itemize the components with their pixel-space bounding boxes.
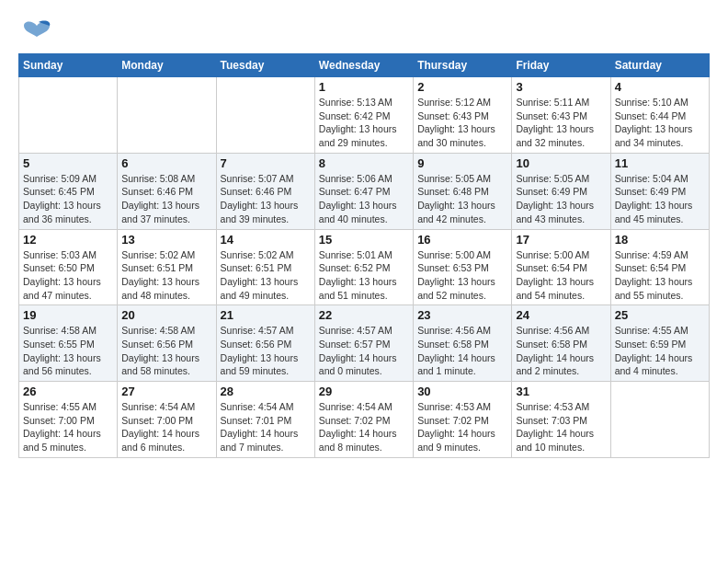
day-of-week-header: Wednesday	[314, 54, 413, 77]
calendar-cell: 11Sunrise: 5:04 AM Sunset: 6:49 PM Dayli…	[610, 153, 709, 229]
calendar-cell: 24Sunrise: 4:56 AM Sunset: 6:58 PM Dayli…	[512, 305, 610, 382]
day-number: 19	[23, 308, 113, 322]
day-number: 15	[319, 233, 409, 247]
calendar-cell: 14Sunrise: 5:02 AM Sunset: 6:51 PM Dayli…	[216, 229, 314, 305]
day-number: 10	[516, 156, 606, 170]
day-number: 29	[319, 385, 409, 398]
day-info: Sunrise: 4:54 AM Sunset: 7:02 PM Dayligh…	[319, 400, 409, 454]
day-number: 4	[615, 80, 705, 94]
day-info: Sunrise: 4:53 AM Sunset: 7:02 PM Dayligh…	[417, 400, 507, 454]
calendar-cell: 1Sunrise: 5:13 AM Sunset: 6:42 PM Daylig…	[314, 77, 413, 154]
day-info: Sunrise: 5:03 AM Sunset: 6:50 PM Dayligh…	[23, 248, 113, 303]
calendar-week-row: 26Sunrise: 4:55 AM Sunset: 7:00 PM Dayli…	[19, 382, 710, 458]
calendar-cell	[19, 77, 118, 154]
page-header	[18, 18, 710, 44]
day-number: 6	[121, 156, 211, 170]
calendar-cell: 16Sunrise: 5:00 AM Sunset: 6:53 PM Dayli…	[414, 229, 512, 305]
day-info: Sunrise: 4:54 AM Sunset: 7:00 PM Dayligh…	[121, 400, 211, 454]
calendar-cell: 12Sunrise: 5:03 AM Sunset: 6:50 PM Dayli…	[19, 229, 118, 305]
day-number: 28	[221, 385, 311, 398]
day-info: Sunrise: 5:01 AM Sunset: 6:52 PM Dayligh…	[319, 248, 409, 303]
logo-bird-icon	[22, 18, 51, 44]
calendar-table: SundayMondayTuesdayWednesdayThursdayFrid…	[18, 53, 710, 458]
day-number: 12	[23, 233, 113, 247]
calendar-cell: 9Sunrise: 5:05 AM Sunset: 6:48 PM Daylig…	[414, 153, 512, 229]
day-info: Sunrise: 5:00 AM Sunset: 6:53 PM Dayligh…	[417, 248, 507, 303]
day-number: 22	[319, 308, 409, 322]
calendar-cell: 19Sunrise: 4:58 AM Sunset: 6:55 PM Dayli…	[19, 305, 118, 382]
day-of-week-header: Sunday	[19, 54, 118, 77]
day-info: Sunrise: 4:56 AM Sunset: 6:58 PM Dayligh…	[516, 324, 606, 378]
day-info: Sunrise: 4:55 AM Sunset: 6:59 PM Dayligh…	[615, 324, 705, 378]
day-info: Sunrise: 4:53 AM Sunset: 7:03 PM Dayligh…	[516, 400, 606, 454]
day-number: 17	[516, 233, 606, 247]
calendar-cell: 20Sunrise: 4:58 AM Sunset: 6:56 PM Dayli…	[118, 305, 216, 382]
day-number: 18	[615, 233, 705, 247]
calendar-cell: 27Sunrise: 4:54 AM Sunset: 7:00 PM Dayli…	[118, 382, 216, 458]
day-number: 14	[221, 233, 311, 247]
day-number: 3	[516, 80, 606, 94]
calendar-week-row: 12Sunrise: 5:03 AM Sunset: 6:50 PM Dayli…	[19, 229, 710, 305]
calendar-cell: 7Sunrise: 5:07 AM Sunset: 6:46 PM Daylig…	[216, 153, 314, 229]
calendar-cell: 21Sunrise: 4:57 AM Sunset: 6:56 PM Dayli…	[216, 305, 314, 382]
calendar-header-row: SundayMondayTuesdayWednesdayThursdayFrid…	[19, 54, 710, 77]
day-info: Sunrise: 5:05 AM Sunset: 6:49 PM Dayligh…	[516, 172, 606, 226]
day-info: Sunrise: 5:02 AM Sunset: 6:51 PM Dayligh…	[121, 248, 211, 303]
day-number: 7	[221, 156, 311, 170]
calendar-cell: 17Sunrise: 5:00 AM Sunset: 6:54 PM Dayli…	[512, 229, 610, 305]
calendar-cell: 31Sunrise: 4:53 AM Sunset: 7:03 PM Dayli…	[512, 382, 610, 458]
day-number: 27	[121, 385, 211, 398]
day-info: Sunrise: 5:06 AM Sunset: 6:47 PM Dayligh…	[319, 172, 409, 226]
day-number: 21	[221, 308, 311, 322]
calendar-cell: 3Sunrise: 5:11 AM Sunset: 6:43 PM Daylig…	[512, 77, 610, 154]
day-info: Sunrise: 5:13 AM Sunset: 6:42 PM Dayligh…	[319, 96, 409, 150]
day-info: Sunrise: 4:59 AM Sunset: 6:54 PM Dayligh…	[615, 248, 705, 303]
calendar-cell: 28Sunrise: 4:54 AM Sunset: 7:01 PM Dayli…	[216, 382, 314, 458]
day-info: Sunrise: 5:02 AM Sunset: 6:51 PM Dayligh…	[221, 248, 311, 303]
day-number: 11	[615, 156, 705, 170]
day-of-week-header: Tuesday	[216, 54, 314, 77]
day-info: Sunrise: 5:11 AM Sunset: 6:43 PM Dayligh…	[516, 96, 606, 150]
day-of-week-header: Friday	[512, 54, 610, 77]
calendar-cell: 25Sunrise: 4:55 AM Sunset: 6:59 PM Dayli…	[610, 305, 709, 382]
calendar-cell: 22Sunrise: 4:57 AM Sunset: 6:57 PM Dayli…	[314, 305, 413, 382]
calendar-cell: 23Sunrise: 4:56 AM Sunset: 6:58 PM Dayli…	[414, 305, 512, 382]
calendar-week-row: 1Sunrise: 5:13 AM Sunset: 6:42 PM Daylig…	[19, 77, 710, 154]
calendar-cell: 10Sunrise: 5:05 AM Sunset: 6:49 PM Dayli…	[512, 153, 610, 229]
calendar-cell: 26Sunrise: 4:55 AM Sunset: 7:00 PM Dayli…	[19, 382, 118, 458]
day-info: Sunrise: 4:57 AM Sunset: 6:57 PM Dayligh…	[319, 324, 409, 378]
calendar-cell: 13Sunrise: 5:02 AM Sunset: 6:51 PM Dayli…	[118, 229, 216, 305]
day-info: Sunrise: 4:56 AM Sunset: 6:58 PM Dayligh…	[417, 324, 507, 378]
calendar-cell	[610, 382, 709, 458]
calendar-cell: 2Sunrise: 5:12 AM Sunset: 6:43 PM Daylig…	[414, 77, 512, 154]
day-number: 26	[23, 385, 113, 398]
calendar-cell	[216, 77, 314, 154]
day-number: 5	[23, 156, 113, 170]
day-number: 25	[615, 308, 705, 322]
logo	[18, 18, 51, 44]
day-number: 31	[516, 385, 606, 398]
day-number: 16	[417, 233, 507, 247]
day-number: 13	[121, 233, 211, 247]
calendar-cell: 8Sunrise: 5:06 AM Sunset: 6:47 PM Daylig…	[314, 153, 413, 229]
calendar-cell: 4Sunrise: 5:10 AM Sunset: 6:44 PM Daylig…	[610, 77, 709, 154]
calendar-cell: 15Sunrise: 5:01 AM Sunset: 6:52 PM Dayli…	[314, 229, 413, 305]
day-of-week-header: Monday	[118, 54, 216, 77]
day-of-week-header: Thursday	[414, 54, 512, 77]
day-info: Sunrise: 5:09 AM Sunset: 6:45 PM Dayligh…	[23, 172, 113, 226]
calendar-week-row: 5Sunrise: 5:09 AM Sunset: 6:45 PM Daylig…	[19, 153, 710, 229]
day-number: 30	[417, 385, 507, 398]
calendar-cell: 18Sunrise: 4:59 AM Sunset: 6:54 PM Dayli…	[610, 229, 709, 305]
day-info: Sunrise: 5:00 AM Sunset: 6:54 PM Dayligh…	[516, 248, 606, 303]
day-info: Sunrise: 4:55 AM Sunset: 7:00 PM Dayligh…	[23, 400, 113, 454]
day-of-week-header: Saturday	[610, 54, 709, 77]
day-number: 8	[319, 156, 409, 170]
calendar-cell: 5Sunrise: 5:09 AM Sunset: 6:45 PM Daylig…	[19, 153, 118, 229]
day-number: 9	[417, 156, 507, 170]
day-info: Sunrise: 5:07 AM Sunset: 6:46 PM Dayligh…	[221, 172, 311, 226]
calendar-cell	[118, 77, 216, 154]
day-info: Sunrise: 4:58 AM Sunset: 6:56 PM Dayligh…	[121, 324, 211, 378]
day-number: 23	[417, 308, 507, 322]
day-number: 2	[417, 80, 507, 94]
calendar-cell: 29Sunrise: 4:54 AM Sunset: 7:02 PM Dayli…	[314, 382, 413, 458]
